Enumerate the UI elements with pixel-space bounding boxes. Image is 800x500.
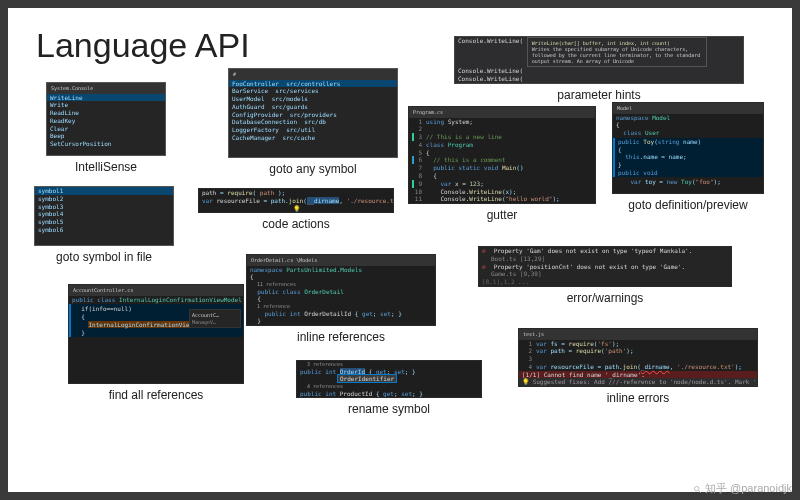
dropdown-item[interactable]: BarService src/services [229,87,397,95]
dropdown-item[interactable]: AuthGuard src/guards [229,103,397,111]
tile-find-all-references: AccountController.cs public class Intern… [68,284,244,402]
editor-tab[interactable]: Model [613,103,763,114]
signature-desc: Writes the specified subarray of Unicode… [532,46,701,64]
dropdown-item[interactable]: WriteLine [47,94,165,102]
slide: Language API Console.WriteLine( WriteLin… [8,8,792,492]
ref-list-item[interactable]: ManageV… [192,319,238,326]
dropdown-header: System.Console [47,83,165,94]
inline-error-msg: [1/1] Cannot find name '_dirname'. [522,371,645,378]
tile-parameter-hints: Console.WriteLine( WriteLine(char[] buff… [454,36,744,102]
dropdown-item[interactable]: CacheManager src/cache [229,134,397,142]
watermark-text: 知乎 @paranoidjk [705,482,792,494]
rename-input[interactable]: OrderIdentifier [337,374,397,383]
dropdown-item[interactable]: FooController src/controllers [229,80,397,88]
editor-tab[interactable]: AccountController.cs [69,285,243,296]
editor-tab[interactable]: OrderDetail.cs \Models [247,255,435,266]
code-line: // This is a new line [426,133,502,140]
error-icon: ⊘ [482,263,490,271]
dropdown-item[interactable]: symbol4 [35,210,173,218]
caption: inline references [297,330,385,344]
code-line: InternalLoginConfirmationViewModel [119,296,242,303]
dropdown-item[interactable]: SetCursorPosition [47,140,165,148]
code-line: { [613,121,763,129]
quick-fix[interactable]: Suggested fixes: Add ///-reference to 'n… [533,378,758,385]
dropdown-item[interactable]: UserModel src/models [229,95,397,103]
tile-error-warnings: ⊘ Property 'Gam' does not exist on type … [478,246,732,305]
dropdown-item[interactable]: LoggerFactory src/util [229,126,397,134]
dropdown-item[interactable]: ReadKey [47,117,165,125]
code-line: Console.WriteLine( [455,67,743,75]
code-line: { [615,146,763,154]
dropdown-item[interactable]: ReadLine [47,109,165,117]
tile-inline-references: OrderDetail.cs \Models namespace PartsUn… [246,254,436,344]
caption: gutter [487,208,518,222]
editor-tab[interactable]: Program.cs [409,107,595,118]
zhihu-icon [693,485,702,494]
lightbulb-icon[interactable]: 💡 [522,378,529,385]
tile-goto-symbol-in-file: symbol1 symbol2 symbol3 symbol4 symbol5 … [34,186,174,264]
caption: error/warnings [567,291,644,305]
tile-gutter: Program.cs 1using System; 2 3// This is … [408,106,596,222]
caption: IntelliSense [75,160,137,174]
dropdown-item[interactable]: Beep [47,132,165,140]
search-box[interactable]: # [229,69,397,80]
caption: inline errors [607,391,670,405]
code-line: Console.WriteLine( [455,75,743,83]
error-icon: ⊘ [482,247,490,255]
code-line: Console.WriteLine( [458,37,523,44]
error-message[interactable]: Property 'positionCnt' does not exist on… [494,263,685,270]
error-more: [8,1],1,2 ... [479,278,731,286]
dropdown-item[interactable]: ConfigProvider src/providers [229,111,397,119]
code-line: { [426,172,437,179]
svg-point-0 [694,486,699,491]
editor-tab[interactable]: test.js [519,329,757,340]
tile-inline-errors: test.js 1var fs = require('fs'); 2var pa… [518,328,758,405]
error-location[interactable]: Game.ts [9,39] [479,270,731,278]
dropdown-item[interactable]: Write [47,101,165,109]
dropdown-item[interactable]: DatabaseConnection src/db [229,118,397,126]
tile-goto-definition: Model namespace Model { class User publi… [612,102,764,212]
caption: find all references [109,388,204,402]
dropdown-item[interactable]: symbol6 [35,226,173,234]
tile-rename-symbol: 3 references public int OrderId { get; s… [296,360,482,416]
dropdown-item[interactable]: symbol1 [35,187,173,195]
code-line: // this is a comment [426,156,505,163]
dropdown-item[interactable]: Clear [47,125,165,133]
tile-goto-any-symbol: # FooController src/controllers BarServi… [228,68,398,176]
svg-line-1 [699,490,701,492]
code-line: { [426,149,430,156]
error-location[interactable]: Boot.ts [13,29] [479,255,731,263]
caption: goto any symbol [269,162,356,176]
tile-intellisense: System.Console WriteLine Write ReadLine … [46,82,166,174]
dropdown-item[interactable]: symbol2 [35,195,173,203]
watermark: 知乎 @paranoidjk [693,481,792,496]
dropdown-item[interactable]: symbol3 [35,203,173,211]
tile-code-actions: path = require( path ); var resourceFile… [198,188,394,231]
lightbulb-icon[interactable]: 💡 [293,205,300,212]
caption: code actions [262,217,329,231]
caption: goto symbol in file [56,250,152,264]
error-message[interactable]: Property 'Gam' does not exist on type 't… [494,247,693,254]
caption: rename symbol [348,402,430,416]
dropdown-item[interactable]: symbol5 [35,218,173,226]
caption: parameter hints [557,88,640,102]
caption: goto definition/preview [628,198,747,212]
